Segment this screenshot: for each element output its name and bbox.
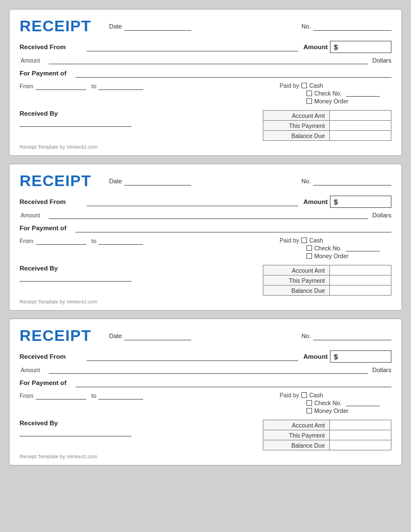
check-no-label-2: Check No. [314,245,342,251]
no-group-2: No. [301,177,391,186]
no-group-3: No. [301,331,391,340]
receipt-title-1: RECEIPT [20,17,103,35]
received-by-line-3[interactable] [20,428,131,436]
received-by-line-1[interactable] [20,118,131,127]
received-from-line-2[interactable] [87,197,298,206]
payment-line-2[interactable] [75,224,391,232]
to-line-3[interactable] [98,392,143,400]
amount-label-1: Amount [304,44,328,50]
check-no-row-2: Check No. [280,245,391,251]
this-payment-label-2: This Payment [263,276,330,286]
from-label-3: From [20,392,34,399]
no-group-1: No. [301,22,391,31]
no-field-2[interactable] [313,177,391,186]
received-by-label-1: Received By [20,110,263,117]
check-no-label-1: Check No. [314,90,342,97]
check-no-line-2[interactable] [346,245,380,251]
receipt-card-1: RECEIPT Date No. Received From Amount $ … [9,9,402,156]
this-payment-row-3: This Payment [263,430,391,440]
this-payment-label-1: This Payment [263,121,330,131]
from-line-3[interactable] [36,392,86,400]
receipt-title-3: RECEIPT [20,327,103,345]
no-field-3[interactable] [313,331,391,340]
this-payment-value-1[interactable] [330,121,391,131]
dollars-line-1[interactable] [49,56,368,64]
balance-due-value-1[interactable] [330,131,391,141]
from-line-2[interactable] [36,237,86,245]
balance-due-label-2: Balance Due [263,286,330,296]
amount-symbol-3: $ [334,353,338,361]
check-no-line-1[interactable] [346,90,380,97]
cash-label-3: Cash [309,392,323,398]
check-no-row-3: Check No. [280,400,391,406]
receipt-title-2: RECEIPT [20,172,103,190]
check-checkbox-3[interactable] [306,400,312,406]
cash-label-2: Cash [309,237,323,244]
to-label-2: to [92,238,97,244]
this-payment-value-3[interactable] [330,430,391,440]
header-row-3: RECEIPT Date No. [20,327,391,345]
dollars-label-1: Dollars [372,57,391,64]
amount-dollars-row-1: Amount Dollars [20,56,391,64]
received-by-line-2[interactable] [20,273,131,282]
paid-by-label-1: Paid by [280,82,299,89]
received-by-group-3: Received By [20,420,263,438]
account-amt-row-1: Account Amt [263,111,391,121]
money-order-checkbox-3[interactable] [306,408,312,414]
to-label-3: to [92,392,97,399]
from-line-1[interactable] [36,82,86,90]
this-payment-row-1: This Payment [263,121,391,131]
dollars-line-3[interactable] [49,366,368,374]
amount-box-1[interactable]: $ [330,41,391,53]
no-label-2: No. [301,178,311,184]
amount-box-2[interactable]: $ [330,196,391,208]
received-by-table-row-2: Received By Account Amt This Payment Bal… [20,265,391,296]
amount-box-3[interactable]: $ [330,350,391,363]
cash-checkbox-3[interactable] [301,392,307,398]
cash-checkbox-1[interactable] [301,83,307,88]
check-no-line-3[interactable] [346,400,380,406]
date-label-2: Date [109,178,122,184]
received-by-label-2: Received By [20,265,263,272]
paid-by-cash-row-1: Paid by Cash [280,82,391,89]
balance-due-value-3[interactable] [330,440,391,450]
no-label-1: No. [301,23,311,30]
dollars-line-2[interactable] [49,211,368,219]
date-field-2[interactable] [124,177,191,186]
payment-row-2: For Payment of [20,224,391,232]
account-amt-value-2[interactable] [330,265,391,276]
balance-due-row-1: Balance Due [263,131,391,141]
balance-due-value-2[interactable] [330,286,391,296]
receipt-footer-1: Receipt Template by Vertex42.com [20,144,391,150]
account-amt-value-1[interactable] [330,111,391,121]
to-label-1: to [92,83,97,89]
payment-line-1[interactable] [75,69,391,78]
amount-label-3: Amount [304,353,328,360]
this-payment-value-2[interactable] [330,276,391,286]
date-label-3: Date [109,332,122,339]
payment-line-3[interactable] [75,378,391,387]
from-label-1: From [20,83,34,89]
money-order-checkbox-2[interactable] [306,253,312,259]
check-checkbox-2[interactable] [306,245,312,251]
check-checkbox-1[interactable] [306,91,312,96]
paid-by-group-1: Paid by Cash Check No. Money Order [280,82,391,106]
check-no-label-3: Check No. [314,400,342,406]
balance-due-row-3: Balance Due [263,440,391,450]
paid-by-group-2: Paid by Cash Check No. Money Order [280,237,391,260]
account-amt-value-3[interactable] [330,420,391,430]
paid-by-cash-row-2: Paid by Cash [280,237,391,244]
receipt-footer-2: Receipt Template by Vertex42.com [20,299,391,305]
date-field-3[interactable] [124,331,191,340]
cash-checkbox-2[interactable] [301,238,307,243]
received-from-line-3[interactable] [87,352,298,361]
money-order-checkbox-1[interactable] [306,98,312,104]
no-field-1[interactable] [313,22,391,31]
to-line-2[interactable] [98,237,143,245]
to-line-1[interactable] [98,82,143,90]
date-field-1[interactable] [124,22,191,31]
amount-dollars-row-2: Amount Dollars [20,211,391,219]
date-group-3: Date [103,331,301,340]
account-amt-label-2: Account Amt [263,265,330,276]
received-from-line-1[interactable] [87,42,298,51]
